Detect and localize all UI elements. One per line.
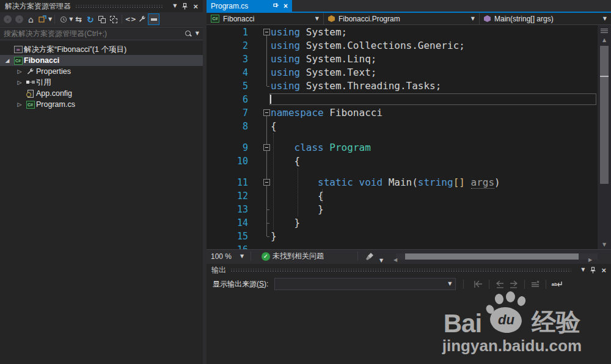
project-dropdown[interactable]: C# Fibonacci ▼ — [207, 13, 324, 24]
collapse-all-icon[interactable] — [96, 13, 108, 25]
references-icon — [26, 80, 35, 85]
tree-item[interactable]: ▷C#Program.cs — [0, 99, 203, 110]
solution-tree: ∞解决方案“Fibonacci”(1 个项目)◢C#Fibonacci▷Prop… — [0, 44, 203, 110]
fold-gutter — [248, 39, 271, 53]
code-line[interactable]: 15} — [207, 230, 598, 243]
tree-item-label: 解决方案“Fibonacci”(1 个项目) — [24, 45, 126, 55]
pin-icon[interactable] — [590, 267, 596, 274]
method-icon — [484, 15, 491, 22]
line-number: 9 — [207, 141, 248, 155]
toolbar-separator — [122, 15, 122, 24]
csharp-file-icon: C# — [26, 101, 35, 109]
close-icon[interactable]: × — [193, 2, 198, 10]
health-indicator[interactable]: ✓ — [262, 250, 270, 263]
zoom-level[interactable]: 100 % — [211, 250, 232, 263]
toggle-word-wrap-icon[interactable]: ab — [551, 278, 563, 290]
collapse-region-icon[interactable] — [263, 144, 270, 151]
horizontal-scroll-thumb[interactable] — [405, 253, 579, 260]
pending-changes-filter-icon[interactable] — [57, 13, 69, 25]
search-icon[interactable] — [185, 30, 192, 37]
code-line[interactable]: 2using System.Collections.Generic; — [207, 39, 598, 53]
tree-expander-icon[interactable]: ▷ — [15, 101, 24, 107]
code-line[interactable]: 3using System.Linq; — [207, 53, 598, 66]
code-line[interactable]: 8{ — [207, 120, 598, 133]
code-line[interactable]: 12 { — [207, 189, 598, 203]
code-line[interactable]: 13 } — [207, 203, 598, 216]
tab-close-icon[interactable]: × — [284, 2, 288, 10]
view-code-icon[interactable]: <> — [125, 13, 136, 25]
split-editor-handle[interactable] — [599, 26, 609, 35]
tree-item[interactable]: App.config — [0, 88, 203, 99]
chevron-down-icon: ▼ — [603, 16, 607, 21]
code-line[interactable]: 10 { — [207, 155, 598, 168]
find-message-in-code-icon[interactable] — [472, 278, 485, 290]
editor-region: Program.cs × C# Fibonacci ▼ Fibonacci.Pr… — [207, 0, 611, 263]
line-number: 4 — [207, 66, 248, 79]
show-all-files-icon[interactable] — [108, 13, 119, 25]
collapse-region-icon[interactable] — [263, 29, 270, 35]
search-options-dropdown[interactable]: ▼ — [196, 31, 199, 36]
properties-icon[interactable] — [136, 13, 148, 25]
close-icon[interactable]: × — [601, 266, 606, 274]
forward-icon[interactable]: › — [13, 13, 25, 25]
editor-status-bar: 100 % ▼ ✓ 未找到相关问题 ▼ ◀ ▶ — [207, 249, 611, 263]
preview-selected-items-icon[interactable] — [148, 13, 159, 25]
output-content: Bai du 经验 jingyan.baidu.com — [207, 292, 611, 364]
tree-expander-icon[interactable]: ▷ — [15, 79, 24, 86]
fold-gutter — [248, 155, 271, 168]
code-line[interactable]: 14 } — [207, 216, 598, 230]
code-text: } — [271, 203, 598, 216]
member-dropdown[interactable]: Main(string[] args) ▼ — [480, 13, 611, 24]
fold-gutter — [248, 189, 271, 203]
refresh-icon[interactable]: ↻ — [84, 13, 96, 25]
tree-item[interactable]: ◢C#Fibonacci — [0, 55, 203, 66]
collapse-region-icon[interactable] — [263, 109, 270, 116]
line-number: 14 — [207, 216, 248, 230]
pin-icon[interactable] — [182, 3, 188, 10]
go-to-next-message-icon[interactable] — [508, 278, 520, 290]
clear-all-icon[interactable] — [529, 278, 541, 290]
switch-views-icon[interactable] — [37, 13, 48, 25]
fold-line — [266, 116, 267, 236]
collapse-region-icon[interactable] — [263, 179, 270, 186]
vertical-scroll-thumb[interactable] — [600, 46, 609, 184]
code-cleanup-icon[interactable] — [365, 250, 375, 263]
document-tab-strip: Program.cs × — [207, 0, 611, 12]
vertical-scrollbar[interactable]: ▲ ▼ — [598, 25, 611, 249]
scroll-down-icon[interactable]: ▼ — [598, 242, 611, 247]
code-line[interactable]: 16 — [207, 243, 598, 249]
scroll-up-icon[interactable]: ▲ — [598, 37, 611, 43]
code-line[interactable]: 5using System.Threading.Tasks; — [207, 79, 598, 93]
type-dropdown[interactable]: Fibonacci.Program ▼ — [324, 13, 480, 24]
solution-search-box[interactable]: 搜索解决方案资源管理器(Ctrl+;) ▼ — [0, 27, 203, 40]
visual-studio-window: 解决方案资源管理器 ▼ × ‹ › ⌂ ▼ ▼ ⇆ ↻ — [0, 0, 611, 364]
output-source-combo[interactable]: ▼ — [274, 278, 456, 290]
code-surface[interactable]: 1using System;2using System.Collections.… — [207, 25, 611, 249]
code-text — [271, 243, 598, 249]
fold-line — [266, 35, 267, 86]
window-position-icon[interactable]: ▼ — [581, 268, 585, 272]
sync-with-active-document-icon[interactable]: ⇆ — [73, 13, 84, 25]
tree-item[interactable]: ∞解决方案“Fibonacci”(1 个项目) — [0, 44, 203, 55]
output-header[interactable]: 输出 ▼ × — [207, 264, 611, 276]
solution-explorer-header[interactable]: 解决方案资源管理器 ▼ × — [0, 0, 203, 12]
code-text: } — [271, 230, 598, 243]
back-icon[interactable]: ‹ — [2, 13, 13, 25]
tab-pin-icon[interactable] — [273, 2, 279, 9]
tree-item[interactable]: ▷引用 — [0, 77, 203, 88]
home-icon[interactable]: ⌂ — [25, 13, 37, 25]
zoom-dropdown-icon[interactable]: ▼ — [240, 250, 244, 263]
code-text: } — [271, 216, 598, 230]
tree-expander-icon[interactable]: ▷ — [15, 68, 24, 75]
tree-item[interactable]: ▷Properties — [0, 66, 203, 77]
code-text: { — [271, 155, 598, 168]
go-to-previous-message-icon[interactable] — [494, 278, 506, 290]
check-circle-icon: ✓ — [262, 252, 270, 261]
panel-title: 输出 — [211, 265, 226, 275]
watermark-du-text: du — [498, 312, 514, 328]
tab-program-cs[interactable]: Program.cs × — [207, 0, 292, 12]
code-line[interactable]: 4using System.Text; — [207, 66, 598, 79]
window-position-icon[interactable]: ▼ — [173, 4, 177, 9]
switch-views-dropdown[interactable]: ▼ — [48, 17, 52, 22]
tree-expander-icon[interactable]: ◢ — [2, 57, 12, 64]
